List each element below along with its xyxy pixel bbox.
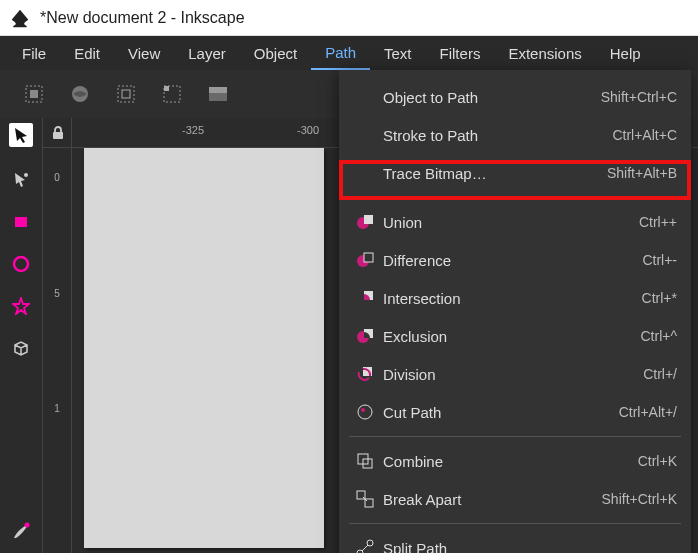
union-icon [351, 212, 379, 232]
3dbox-tool[interactable] [9, 336, 33, 360]
document-page [84, 148, 324, 548]
menubar-item-filters[interactable]: Filters [426, 36, 495, 70]
path-menu-item-trace-bitmap[interactable]: Trace Bitmap…Shift+Alt+B [339, 154, 691, 192]
menubar-item-layer[interactable]: Layer [174, 36, 240, 70]
rectangle-tool[interactable] [9, 210, 33, 234]
path-menu-dropdown: Object to PathShift+Ctrl+CStroke to Path… [339, 70, 691, 553]
path-menu-item-exclusion[interactable]: ExclusionCtrl+^ [339, 317, 691, 355]
svg-rect-15 [364, 215, 373, 224]
menu-item-label: Union [379, 214, 639, 231]
node-tool[interactable] [9, 168, 33, 192]
star-tool[interactable] [9, 294, 33, 318]
intersection-icon [351, 288, 379, 308]
ruler-h-tick: -300 [297, 124, 319, 136]
ruler-vertical: 0 5 1 [43, 148, 71, 553]
menubar-item-help[interactable]: Help [596, 36, 655, 70]
menu-item-shortcut: Ctrl+- [642, 252, 677, 268]
menu-item-label: Break Apart [379, 491, 602, 508]
menu-separator [349, 523, 681, 524]
menubar-item-view[interactable]: View [114, 36, 174, 70]
cutpath-icon [351, 402, 379, 422]
menu-item-label: Stroke to Path [379, 127, 612, 144]
path-menu-item-intersection[interactable]: IntersectionCtrl+* [339, 279, 691, 317]
svg-rect-1 [30, 90, 38, 98]
menu-item-shortcut: Ctrl++ [639, 214, 677, 230]
menu-item-label: Split Path [379, 540, 677, 554]
menu-item-shortcut: Shift+Ctrl+C [601, 89, 677, 105]
menu-item-shortcut: Shift+Alt+B [607, 165, 677, 181]
splitpath-icon [351, 538, 379, 553]
exclusion-icon [351, 326, 379, 346]
ruler-v-tick: 5 [43, 288, 71, 299]
menu-item-label: Object to Path [379, 89, 601, 106]
path-menu-item-union[interactable]: UnionCtrl++ [339, 203, 691, 241]
menu-item-shortcut: Ctrl+/ [643, 366, 677, 382]
svg-rect-17 [364, 253, 373, 262]
path-menu-item-stroke-to-path[interactable]: Stroke to PathCtrl+Alt+C [339, 116, 691, 154]
svg-rect-8 [209, 87, 227, 93]
path-menu-item-split-path[interactable]: Split Path [339, 529, 691, 553]
menu-item-label: Division [379, 366, 643, 383]
menubar-item-edit[interactable]: Edit [60, 36, 114, 70]
svg-rect-7 [209, 93, 227, 101]
menu-item-shortcut: Ctrl+Alt+C [612, 127, 677, 143]
svg-rect-10 [15, 217, 27, 227]
calligraphy-tool[interactable] [9, 519, 33, 543]
combine-icon [351, 451, 379, 471]
lock-icon[interactable] [43, 118, 73, 148]
path-menu-item-combine[interactable]: CombineCtrl+K [339, 442, 691, 480]
window-title: *New document 2 - Inkscape [40, 9, 245, 27]
menubar-item-text[interactable]: Text [370, 36, 426, 70]
path-menu-item-break-apart[interactable]: Break ApartShift+Ctrl+K [339, 480, 691, 518]
svg-point-9 [24, 173, 28, 177]
title-bar: *New document 2 - Inkscape [0, 0, 698, 36]
menubar: FileEditViewLayerObjectPathTextFiltersEx… [0, 36, 698, 70]
svg-point-23 [361, 408, 365, 412]
inkscape-app-icon [10, 8, 30, 28]
svg-point-11 [14, 257, 28, 271]
ruler-h-tick: -325 [182, 124, 204, 136]
menubar-item-object[interactable]: Object [240, 36, 311, 70]
menubar-item-file[interactable]: File [8, 36, 60, 70]
menu-item-label: Cut Path [379, 404, 619, 421]
menu-item-label: Difference [379, 252, 642, 269]
division-icon [351, 364, 379, 384]
menu-separator [349, 197, 681, 198]
breakapart-icon [351, 489, 379, 509]
toolbar-btn-2[interactable] [68, 82, 92, 106]
svg-point-12 [25, 523, 30, 528]
menu-item-shortcut: Shift+Ctrl+K [602, 491, 677, 507]
menu-item-label: Combine [379, 453, 638, 470]
path-menu-item-difference[interactable]: DifferenceCtrl+- [339, 241, 691, 279]
menu-separator [349, 436, 681, 437]
menu-item-label: Intersection [379, 290, 642, 307]
svg-rect-6 [164, 86, 169, 91]
menu-item-shortcut: Ctrl+K [638, 453, 677, 469]
toolbar-btn-4[interactable] [160, 82, 184, 106]
toolbar-btn-3[interactable] [114, 82, 138, 106]
menubar-item-path[interactable]: Path [311, 36, 370, 70]
svg-rect-4 [122, 90, 130, 98]
path-menu-item-object-to-path[interactable]: Object to PathShift+Ctrl+C [339, 78, 691, 116]
left-toolbox [0, 118, 42, 553]
selector-tool[interactable] [9, 123, 33, 147]
ruler-vertical-col: 0 5 1 [42, 118, 72, 553]
menubar-item-extensions[interactable]: Extensions [494, 36, 595, 70]
menu-item-label: Exclusion [379, 328, 640, 345]
menu-item-shortcut: Ctrl+^ [640, 328, 677, 344]
circle-tool[interactable] [9, 252, 33, 276]
ruler-v-tick: 1 [43, 403, 71, 414]
menu-item-shortcut: Ctrl+* [642, 290, 677, 306]
svg-rect-3 [118, 86, 134, 102]
svg-point-22 [358, 405, 372, 419]
path-menu-item-cut-path[interactable]: Cut PathCtrl+Alt+/ [339, 393, 691, 431]
toolbar-btn-5[interactable] [206, 82, 230, 106]
difference-icon [351, 250, 379, 270]
menu-item-label: Trace Bitmap… [379, 165, 607, 182]
svg-rect-13 [53, 132, 63, 139]
ruler-v-tick: 0 [43, 172, 71, 183]
toolbar-btn-1[interactable] [22, 82, 46, 106]
path-menu-item-division[interactable]: DivisionCtrl+/ [339, 355, 691, 393]
menu-item-shortcut: Ctrl+Alt+/ [619, 404, 677, 420]
inkscape-window: *New document 2 - Inkscape FileEditViewL… [0, 0, 698, 553]
